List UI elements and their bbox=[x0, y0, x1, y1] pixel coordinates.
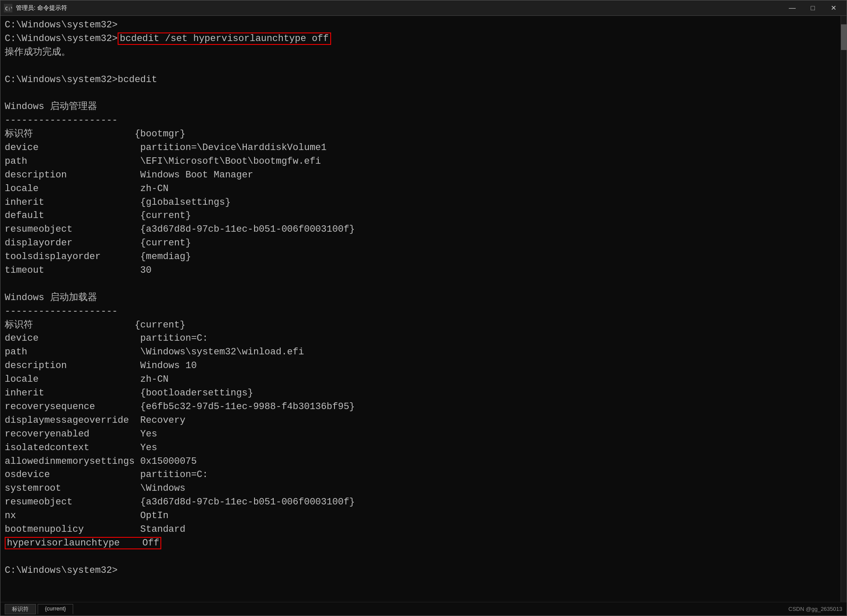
terminal-line: 标识符 {current} bbox=[5, 318, 842, 332]
scrollbar[interactable] bbox=[841, 16, 847, 602]
terminal-line: nx OptIn bbox=[5, 509, 842, 523]
terminal-line: description Windows 10 bbox=[5, 359, 842, 373]
terminal-line: default {current} bbox=[5, 209, 842, 223]
terminal-line: locale zh-CN bbox=[5, 182, 842, 196]
window-controls: — □ ✕ bbox=[782, 1, 843, 15]
terminal-line: systemroot \Windows bbox=[5, 482, 842, 495]
terminal-line: resumeobject {a3d67d8d-97cb-11ec-b051-00… bbox=[5, 495, 842, 509]
terminal-line-command: C:\Windows\system32>bcdedit /set hypervi… bbox=[5, 32, 842, 46]
terminal-line: displayorder {current} bbox=[5, 236, 842, 250]
terminal-line: isolatedcontext Yes bbox=[5, 441, 842, 455]
cmd-window: C:\ 管理员: 命令提示符 — □ ✕ C:\Windows\system32… bbox=[0, 0, 847, 616]
terminal-line: C:\Windows\system32> bbox=[5, 18, 842, 32]
terminal-line: recoveryenabled Yes bbox=[5, 427, 842, 441]
terminal-line: locale zh-CN bbox=[5, 373, 842, 386]
terminal-line: 标识符 {bootmgr} bbox=[5, 127, 842, 141]
title-bar: C:\ 管理员: 命令提示符 — □ ✕ bbox=[0, 0, 847, 16]
window-title: 管理员: 命令提示符 bbox=[16, 4, 67, 12]
terminal-line-hypervisor: hypervisorlaunchtype Off bbox=[5, 536, 842, 550]
terminal-line bbox=[5, 59, 842, 73]
terminal-line: inherit {globalsettings} bbox=[5, 196, 842, 209]
svg-text:C:\: C:\ bbox=[5, 6, 12, 12]
bottom-tabs: 标识符 {current} bbox=[5, 604, 73, 614]
terminal-line: device partition=C: bbox=[5, 332, 842, 345]
terminal-line: path \Windows\system32\winload.efi bbox=[5, 345, 842, 359]
minimize-button[interactable]: — bbox=[782, 1, 802, 15]
terminal-line: allowedinmemorysettings 0x15000075 bbox=[5, 455, 842, 469]
terminal-line: resumeobject {a3d67d8d-97cb-11ec-b051-00… bbox=[5, 223, 842, 236]
terminal-line bbox=[5, 86, 842, 100]
terminal-line: bootmenupolicy Standard bbox=[5, 523, 842, 536]
terminal-line: Windows 启动加载器 bbox=[5, 291, 842, 305]
terminal-line-timeout: timeout 30 bbox=[5, 264, 842, 277]
terminal-line: toolsdisplayorder {memdiag} bbox=[5, 250, 842, 264]
cmd-icon: C:\ bbox=[4, 4, 12, 12]
terminal-body[interactable]: C:\Windows\system32> C:\Windows\system32… bbox=[0, 16, 847, 602]
maximize-button[interactable]: □ bbox=[803, 1, 823, 15]
bottom-tab-current[interactable]: {current} bbox=[38, 604, 73, 614]
terminal-line: 操作成功完成。 bbox=[5, 46, 842, 59]
terminal-line bbox=[5, 550, 842, 564]
title-bar-left: C:\ 管理员: 命令提示符 bbox=[4, 4, 67, 12]
terminal-line: -------------------- bbox=[5, 305, 842, 318]
bottom-bar: 标识符 {current} CSDN @gg_2635013 bbox=[0, 602, 847, 616]
terminal-line: C:\Windows\system32>bcdedit bbox=[5, 73, 842, 87]
terminal-line: recoverysequence {e6fb5c32-97d5-11ec-998… bbox=[5, 400, 842, 414]
terminal-line: path \EFI\Microsoft\Boot\bootmgfw.efi bbox=[5, 155, 842, 168]
terminal-line: device partition=\Device\HarddiskVolume1 bbox=[5, 141, 842, 155]
terminal-line: C:\Windows\system32> bbox=[5, 564, 842, 578]
close-button[interactable]: ✕ bbox=[823, 1, 843, 15]
terminal-line: displaymessageoverride Recovery bbox=[5, 414, 842, 427]
terminal-line bbox=[5, 277, 842, 291]
terminal-line: osdevice partition=C: bbox=[5, 468, 842, 482]
terminal-line: inherit {bootloadersettings} bbox=[5, 386, 842, 400]
terminal-line: Windows 启动管理器 bbox=[5, 100, 842, 114]
scrollbar-thumb[interactable] bbox=[841, 24, 847, 50]
bottom-tab-identifier[interactable]: 标识符 bbox=[5, 604, 36, 614]
terminal-line: description Windows Boot Manager bbox=[5, 168, 842, 182]
terminal-line: -------------------- bbox=[5, 114, 842, 127]
watermark: CSDN @gg_2635013 bbox=[788, 606, 842, 612]
